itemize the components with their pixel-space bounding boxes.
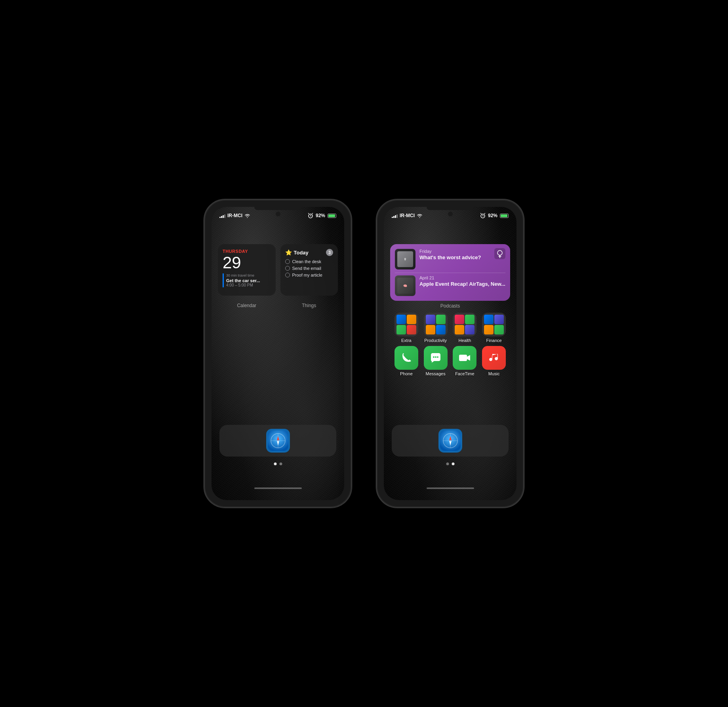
phone-app-icon[interactable] [394,346,418,370]
phone-1: IR-MCI [204,199,352,508]
wifi-icon-1 [244,214,250,218]
folder-productivity[interactable]: Productivity [424,313,448,343]
widgets-container-1: THURSDAY 29 30 min travel time Get the c… [212,224,344,308]
things-label: Things [280,303,338,308]
folder-extra[interactable]: Extra [394,313,418,343]
folder-icon-extra[interactable] [394,313,418,336]
podcast-date-1: Friday [419,249,505,254]
speaker-notch-1 [254,207,302,210]
camera-dot-2 [448,212,453,216]
app-label-facetime: FaceTime [455,371,475,376]
things-item-label-1: Clean the desk [292,259,321,264]
podcast-title-1: What's the worst advice? [419,254,505,260]
app-grid: Extra Productivity [384,313,516,376]
podcast-widget[interactable]: 🎙 Friday What's the worst advice? 🧠 [390,244,510,301]
things-widget[interactable]: ⭐ Today 3 Clean the desk Send the email [280,244,338,296]
wifi-icon-2 [417,214,423,218]
signal-bars-1 [219,214,225,218]
things-circle-2 [285,266,290,271]
app-label-messages: Messages [426,371,446,376]
widgets-row-1: THURSDAY 29 30 min travel time Get the c… [218,244,338,296]
mute-button [204,251,204,265]
dock-safari-2[interactable] [438,429,462,453]
things-circle-1 [285,259,290,264]
app-label-music: Music [488,371,500,376]
svg-line-15 [484,213,485,214]
phone-2-screen: IR-MCI 92% [384,207,516,500]
svg-rect-23 [459,355,467,361]
podcast-widget-label: Podcasts [384,303,516,309]
things-title: Today [294,250,309,256]
power-button-2 [524,263,524,291]
dock-safari-1[interactable] [266,429,290,453]
app-messages[interactable]: Messages [424,346,448,376]
alarm-icon-1 [308,213,313,218]
status-left-1: IR-MCI [219,213,250,218]
folder-label-extra: Extra [401,338,412,343]
folder-icon-productivity[interactable] [424,313,448,336]
things-badge: 3 [326,249,333,256]
podcast-date-2: April 21 [419,275,505,280]
podcast-thumb-1: 🎙 [395,249,415,269]
calendar-label: Calendar [218,303,276,308]
folder-health[interactable]: Health [453,313,476,343]
things-item-label-2: Send the email [292,266,321,271]
folder-icon-health[interactable] [453,313,476,336]
page-dot-1-2[interactable] [279,462,282,465]
svg-line-4 [312,213,313,214]
things-circle-3 [285,273,290,277]
page-dot-1-1[interactable] [274,462,276,465]
page-dot-2-1[interactable] [446,462,449,465]
battery-icon-1 [328,214,336,218]
podcast-info-2: April 21 Apple Event Recap! AirTags, New… [419,275,505,287]
phone-1-screen: IR-MCI [212,207,344,500]
safari-icon-2[interactable] [438,429,462,453]
battery-icon-2 [500,214,509,218]
speaker-notch-2 [427,207,474,210]
calendar-widget[interactable]: THURSDAY 29 30 min travel time Get the c… [218,244,276,296]
dock-1 [219,425,336,457]
page-dot-2-2[interactable] [452,462,454,465]
app-music[interactable]: Music [482,346,506,376]
things-item-label-3: Proof my article [292,273,322,277]
phone-1-frame: IR-MCI [204,199,352,508]
carrier-1: IR-MCI [227,213,242,218]
music-app-icon[interactable] [482,346,506,370]
alarm-icon-2 [480,213,486,218]
carrier-2: IR-MCI [400,213,415,218]
dock-2 [392,425,509,457]
folder-finance[interactable]: Finance [482,313,506,343]
home-indicator-2 [427,487,474,489]
status-right-1: 92% [308,213,336,218]
things-title-row: ⭐ Today [285,249,309,256]
podcast-info-1: Friday What's the worst advice? [419,249,505,260]
apps-row: Phone Messages [392,346,509,376]
things-header: ⭐ Today 3 [285,249,334,256]
status-right-2: 92% [480,213,509,218]
page-dots-1 [274,462,282,465]
podcast-episode-1: 🎙 Friday What's the worst advice? [395,249,505,269]
folder-label-productivity: Productivity [424,338,447,343]
camera-dot-1 [276,212,280,216]
widget-labels-row: Calendar Things [218,300,338,308]
event-time: 4:00 – 5:00 PM [226,283,271,287]
podcast-thumb-2: 🧠 [395,275,415,296]
folder-label-health: Health [458,338,471,343]
app-facetime[interactable]: FaceTime [453,346,476,376]
folder-icon-finance[interactable] [482,313,506,336]
power-button [351,263,352,291]
phone-2: IR-MCI 92% [376,199,524,508]
podcast-title-2: Apple Event Recap! AirTags, New... [419,281,505,287]
svg-line-3 [308,213,309,214]
app-phone[interactable]: Phone [394,346,418,376]
facetime-app-icon[interactable] [453,346,476,370]
podcast-divider [395,273,505,273]
app-label-phone: Phone [400,371,413,376]
volume-down-button-2 [376,298,377,320]
folder-row: Extra Productivity [392,313,509,343]
messages-app-icon[interactable] [424,346,448,370]
calendar-date: 29 [223,254,271,271]
safari-icon-1[interactable] [266,429,290,453]
volume-up-button-2 [376,271,377,293]
calendar-event: 30 min travel time Get the car ser... 4:… [223,273,271,287]
